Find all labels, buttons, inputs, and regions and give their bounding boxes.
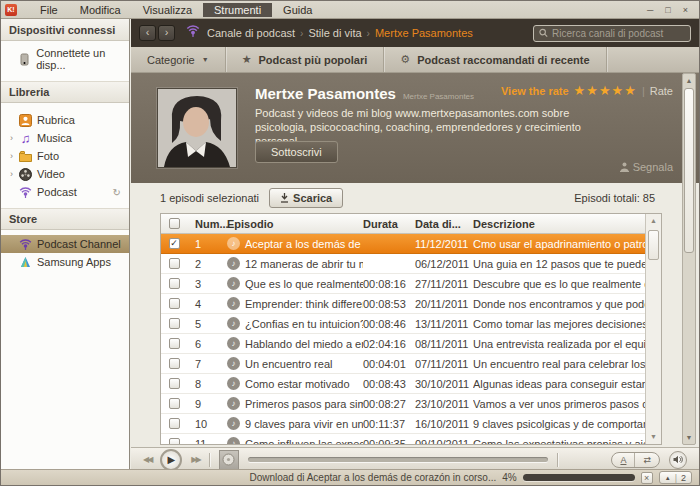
popular-podcasts-button[interactable]: ★ Podcast più popolari — [226, 47, 385, 72]
table-row[interactable]: 2 ♪12 maneras de abrir tu mapa... 06/12/… — [161, 254, 645, 274]
divider — [209, 453, 210, 467]
episode-description: Cmo usar el apadrinamiento o patrocinio — [473, 238, 645, 250]
table-row[interactable]: 4 ♪Emprender: think different 00:08:53 2… — [161, 294, 645, 314]
close-button[interactable]: × — [678, 3, 693, 17]
episode-title: 12 maneras de abrir tu mapa... — [245, 258, 363, 270]
row-checkbox[interactable] — [169, 438, 180, 444]
table-row[interactable]: 3 ♪Que es lo que realmente qui... 00:08:… — [161, 274, 645, 294]
column-header-duration[interactable]: Durata — [363, 218, 415, 230]
table-row[interactable]: 10 ♪9 claves para vivir en un mun... 00:… — [161, 414, 645, 434]
scroll-up-icon[interactable]: ▲ — [646, 214, 661, 228]
repeat-button[interactable]: A — [612, 453, 634, 467]
star-icon: ★ — [574, 83, 587, 98]
categories-dropdown[interactable]: Categorie ▼ — [131, 47, 226, 72]
minimize-button[interactable]: ─ — [642, 3, 658, 17]
sidebar-item-connect-device[interactable]: Connettete un disp... — [1, 50, 129, 68]
main-scrollbar[interactable]: ▲ ▼ — [682, 73, 696, 445]
cancel-download-button[interactable]: × — [641, 472, 653, 484]
table-row[interactable]: 9 ♪Primeros pasos para simplific... 00:0… — [161, 394, 645, 414]
expander-icon[interactable]: › — [10, 169, 19, 179]
column-header-description[interactable]: Descrizione — [473, 218, 645, 230]
episode-date: 06/12/2011 — [415, 258, 473, 270]
rating-stars[interactable]: ★★★★★ — [574, 83, 637, 98]
subscribe-button[interactable]: Sottoscrivi — [255, 141, 338, 163]
sidebar: Dispositivi connessi Connettete un disp.… — [1, 19, 130, 469]
table-row[interactable]: ✓ 1 ♪Aceptar a los demás de coraz... 11/… — [161, 234, 645, 254]
menu-file[interactable]: File — [29, 3, 69, 17]
row-checkbox[interactable] — [169, 378, 180, 389]
episode-description: Una entrevista realizada por el equipo d… — [473, 338, 645, 350]
report-link[interactable]: Segnala — [620, 161, 673, 173]
download-button[interactable]: Scarica — [269, 188, 343, 208]
table-row[interactable]: 11 ♪Como influyen las expectativ... 00:0… — [161, 434, 645, 444]
recommended-label: Podcast raccomandati di recente — [417, 54, 589, 66]
row-checkbox[interactable] — [169, 278, 180, 289]
scrollbar-thumb[interactable] — [648, 230, 659, 260]
refresh-icon[interactable]: ↻ — [113, 187, 121, 198]
select-all-checkbox[interactable] — [169, 218, 180, 229]
download-queue-button[interactable]: ▲ | 2 — [659, 471, 692, 484]
album-art-thumbnail[interactable] — [219, 450, 239, 470]
recommended-podcasts-button[interactable]: ⚙ Podcast raccomandati di recente — [384, 47, 606, 72]
sidebar-item-podcast-channel[interactable]: Podcast Channel — [1, 235, 129, 253]
podcast-channel-icon — [19, 238, 32, 251]
expander-icon[interactable]: › — [10, 151, 19, 161]
breadcrumb-item[interactable]: Canale di podcast — [207, 27, 295, 39]
menu-modifica[interactable]: Modifica — [69, 3, 132, 17]
play-button[interactable]: ▶ — [160, 449, 182, 471]
scrollbar-thumb[interactable] — [684, 88, 694, 253]
sidebar-item-samsung-apps[interactable]: Samsung Apps — [1, 253, 129, 271]
episode-title: Aceptar a los demás de coraz... — [245, 238, 363, 250]
column-header-episode[interactable]: Episodio — [227, 218, 363, 230]
scroll-up-icon[interactable]: ▲ — [683, 74, 695, 87]
sidebar-item-rubrica[interactable]: Rubrica — [1, 111, 129, 129]
rate-link[interactable]: Rate — [650, 85, 673, 97]
audio-icon: ♪ — [227, 397, 240, 410]
episode-number: 11 — [187, 438, 227, 445]
row-checkbox[interactable] — [169, 318, 180, 329]
sidebar-item-label: Podcast — [37, 186, 77, 198]
sidebar-item-musica[interactable]: › ♫ Musica — [1, 129, 129, 147]
episode-date: 13/11/2011 — [415, 318, 473, 330]
row-checkbox[interactable] — [169, 418, 180, 429]
maximize-button[interactable]: □ — [660, 3, 675, 17]
sidebar-item-foto[interactable]: › Foto — [1, 147, 129, 165]
menu-visualizza[interactable]: Visualizza — [132, 3, 203, 17]
table-scrollbar[interactable]: ▲ ▼ — [645, 214, 661, 444]
table-row[interactable]: 5 ♪¿Confias en tu intuicion? 00:08:46 13… — [161, 314, 645, 334]
expander-icon[interactable]: › — [10, 133, 19, 143]
back-button[interactable]: ‹ — [139, 25, 156, 41]
previous-track-button[interactable]: ◀◀ — [143, 455, 151, 464]
table-row[interactable]: 6 ♪Hablando del miedo a empre... 02:04:1… — [161, 334, 645, 354]
column-header-num[interactable]: Num... — [187, 218, 227, 230]
row-checkbox[interactable] — [169, 398, 180, 409]
row-checkbox[interactable] — [169, 358, 180, 369]
table-row[interactable]: 7 ♪Un encuentro real 00:04:01 07/11/2011… — [161, 354, 645, 374]
row-checkbox[interactable] — [169, 298, 180, 309]
next-track-button[interactable]: ▶▶ — [191, 455, 199, 464]
episode-date: 27/11/2011 — [415, 278, 473, 290]
menu-guida[interactable]: Guida — [272, 3, 323, 17]
episodes-header: 1 episodi selezionati Scarica Episodi to… — [131, 183, 699, 213]
scroll-down-icon[interactable]: ▼ — [683, 431, 695, 444]
sidebar-item-podcast[interactable]: Podcast ↻ — [1, 183, 129, 201]
table-row[interactable]: 8 ♪Como estar motivado 00:08:43 30/10/20… — [161, 374, 645, 394]
row-checkbox[interactable] — [169, 338, 180, 349]
column-header-date[interactable]: Data di... — [415, 218, 473, 230]
episode-date: 23/10/2011 — [415, 398, 473, 410]
episode-number: 10 — [187, 418, 227, 430]
row-checkbox-checked[interactable]: ✓ — [169, 238, 180, 249]
scroll-down-icon[interactable]: ▼ — [646, 430, 661, 444]
playback-progress-bar[interactable] — [248, 457, 548, 462]
shuffle-button[interactable]: ⇄ — [634, 453, 659, 467]
breadcrumb-item-current: Mertxe Pasamontes — [375, 27, 473, 39]
menu-strumenti[interactable]: Strumenti — [203, 3, 272, 17]
episode-number: 1 — [187, 238, 227, 250]
sidebar-item-video[interactable]: › Video — [1, 165, 129, 183]
volume-button[interactable] — [669, 451, 687, 469]
forward-button[interactable]: › — [158, 25, 175, 41]
breadcrumb-item[interactable]: Stile di vita — [308, 27, 361, 39]
row-checkbox[interactable] — [169, 258, 180, 269]
search-input[interactable] — [552, 28, 685, 39]
content-area: ‹ › Canale di podcast › Stile di vita › … — [131, 19, 699, 469]
